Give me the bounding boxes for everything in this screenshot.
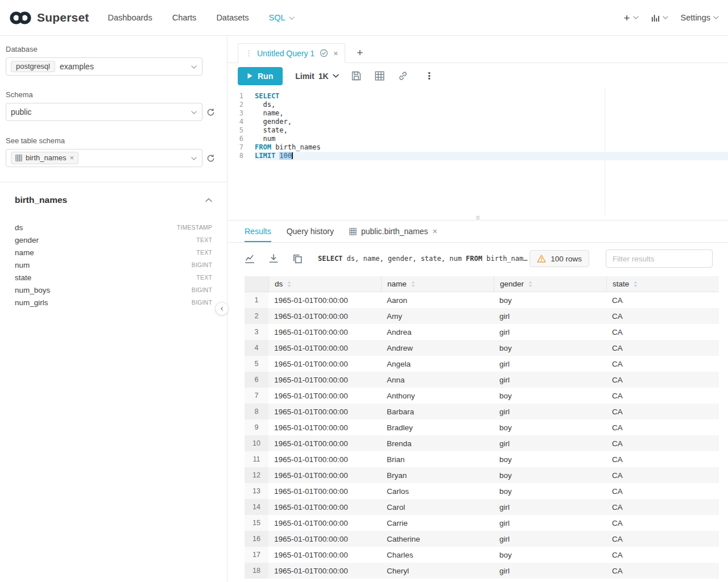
- table-row: 71965-01-01T00:00:00AnthonyboyCA: [245, 388, 719, 404]
- table-cell: girl: [494, 531, 606, 547]
- add-tab-button[interactable]: +: [357, 47, 363, 58]
- sql-editor[interactable]: 12345678 SELECT ds, name, gender, state,…: [228, 89, 728, 215]
- gutter-line: 1: [228, 92, 243, 101]
- table-cell: CA: [606, 356, 719, 372]
- new-item-button[interactable]: +: [623, 13, 638, 23]
- sql-token: FROM: [255, 143, 271, 151]
- table-cell: boy: [494, 292, 606, 308]
- sort-icon[interactable]: [411, 281, 416, 288]
- column-type: TEXT: [196, 236, 212, 243]
- text-cursor-icon: [292, 152, 293, 159]
- tab-query-history[interactable]: Query history: [287, 221, 334, 242]
- limit-dropdown[interactable]: Limit 1K: [295, 72, 338, 81]
- code-line: gender,: [255, 118, 728, 126]
- row-number: 7: [245, 388, 268, 404]
- tab-table-preview[interactable]: public.birth_names ×: [349, 221, 437, 242]
- app-body: Database postgresql examples Schema publ…: [0, 36, 728, 582]
- settings-menu[interactable]: Settings: [681, 13, 719, 22]
- filter-results-input[interactable]: [606, 250, 713, 268]
- download-icon[interactable]: [268, 253, 279, 264]
- row-number: 10: [245, 435, 268, 451]
- table-row: 81965-01-01T00:00:00BarbaragirlCA: [245, 404, 719, 419]
- share-link-icon[interactable]: [398, 71, 408, 81]
- table-cell: CA: [606, 324, 719, 340]
- table-row: 181965-01-01T00:00:00CherylgirlCA: [245, 563, 719, 579]
- code-line: ds,: [255, 101, 728, 109]
- editor-code[interactable]: SELECT ds, name, gender, state, numFROM …: [250, 89, 728, 215]
- editor-gutter: 12345678: [228, 89, 250, 215]
- tab-table-preview-label: public.birth_names: [361, 227, 428, 236]
- close-tab-icon[interactable]: ×: [333, 49, 338, 58]
- brand-name: Superset: [37, 11, 89, 24]
- sort-icon[interactable]: [633, 281, 638, 288]
- drag-handle-icon[interactable]: ⋮: [245, 49, 252, 57]
- table-cell: CA: [606, 292, 719, 308]
- table-select[interactable]: birth_names ×: [6, 149, 202, 167]
- collapse-panel-icon[interactable]: [205, 198, 212, 202]
- alerts-reports-button[interactable]: [651, 14, 668, 22]
- row-number: 14: [245, 499, 268, 515]
- nav-item-sql[interactable]: SQL: [269, 0, 295, 35]
- table-cell: boy: [494, 467, 606, 483]
- sql-preview-token: ds, name, gender, state, num: [342, 255, 466, 263]
- table-cell: CA: [606, 372, 719, 388]
- tab-results[interactable]: Results: [245, 221, 271, 242]
- navbar: Superset DashboardsChartsDatasetsSQL + S…: [0, 0, 728, 36]
- check-circle-icon: [320, 49, 328, 57]
- query-tab[interactable]: ⋮ Untitled Query 1 ×: [238, 43, 345, 63]
- more-actions-icon[interactable]: ⋮: [425, 70, 434, 81]
- table-cell: 1965-01-01T00:00:00: [268, 563, 381, 579]
- results-grid: dsnamegenderstate 11965-01-01T00:00:00Aa…: [245, 276, 719, 582]
- sqllab-main: ⋮ Untitled Query 1 × + Run Limit 1K: [228, 36, 728, 582]
- close-tab-icon[interactable]: ×: [432, 227, 437, 236]
- pane-resize-handle[interactable]: ≡: [228, 215, 728, 220]
- grid-header-cell-gender[interactable]: gender: [494, 276, 606, 292]
- grid-header-cell-name[interactable]: name: [381, 276, 494, 292]
- nav-item-charts[interactable]: Charts: [172, 0, 197, 35]
- table-cell: boy: [494, 483, 606, 499]
- sort-icon[interactable]: [287, 281, 292, 288]
- run-button[interactable]: Run: [238, 67, 283, 85]
- copy-icon[interactable]: [292, 253, 303, 264]
- sidebar-collapse-handle[interactable]: ‹: [215, 302, 229, 315]
- limit-label: Limit: [295, 72, 314, 81]
- row-number: 3: [245, 324, 268, 340]
- chevron-down-icon: [191, 65, 197, 69]
- sort-icon[interactable]: [528, 281, 533, 288]
- superset-logo[interactable]: Superset: [9, 11, 89, 25]
- create-chart-icon[interactable]: [245, 253, 255, 264]
- remove-table-icon[interactable]: ×: [70, 154, 75, 161]
- table-cell: Cheryl: [381, 563, 494, 579]
- warning-icon: [537, 255, 546, 263]
- table-cell: CA: [606, 547, 719, 563]
- table-cell: CA: [606, 308, 719, 324]
- refresh-tables-icon[interactable]: [206, 154, 215, 163]
- table-cell: Brenda: [381, 435, 494, 451]
- sql-token: gender,: [255, 118, 292, 126]
- database-driver-tag: postgresql: [11, 61, 55, 72]
- gutter-line: 6: [228, 135, 243, 143]
- editor-toolbar: Run Limit 1K ⋮: [228, 63, 728, 89]
- table-cell: Amy: [381, 308, 494, 324]
- nav-item-datasets[interactable]: Datasets: [216, 0, 249, 35]
- grid-header-cell-ds[interactable]: ds: [268, 276, 381, 292]
- grid-header-cell-state[interactable]: state: [606, 276, 719, 292]
- table-cell: Anna: [381, 372, 494, 388]
- table-cell: CA: [606, 515, 719, 531]
- table-cell: girl: [494, 404, 606, 419]
- table-grid-icon[interactable]: [375, 71, 384, 81]
- table-cell: 1965-01-01T00:00:00: [268, 324, 381, 340]
- schema-column-row: numBIGINT: [15, 259, 212, 271]
- refresh-schemas-icon[interactable]: [206, 108, 215, 117]
- row-number: 16: [245, 531, 268, 547]
- schema-select[interactable]: public: [6, 103, 202, 121]
- table-row: 161965-01-01T00:00:00CatherinegirlCA: [245, 531, 719, 547]
- nav-item-dashboards[interactable]: Dashboards: [107, 0, 152, 35]
- column-header-label: state: [613, 280, 629, 288]
- chevron-down-icon: [333, 74, 339, 78]
- database-select[interactable]: postgresql examples: [6, 57, 202, 76]
- schema-column-row: stateTEXT: [15, 271, 212, 284]
- save-query-icon[interactable]: [351, 71, 361, 81]
- nav-item-label: Datasets: [216, 13, 249, 22]
- table-row: 51965-01-01T00:00:00AngelagirlCA: [245, 356, 719, 372]
